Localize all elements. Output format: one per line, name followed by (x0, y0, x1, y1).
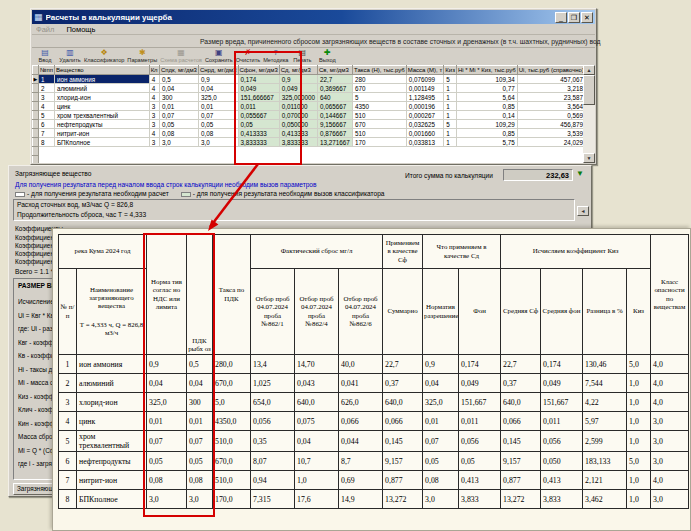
grid-cell[interactable]: 151,666667 (238, 93, 279, 102)
grid-cell[interactable]: 3 (39, 93, 55, 102)
grid-cell[interactable]: ион аммония (54, 75, 149, 84)
grid-cell[interactable]: 0,065667 (318, 102, 353, 111)
grid-cell[interactable]: 300 (159, 93, 198, 102)
grid-cell[interactable]: 0,9 (198, 75, 238, 84)
maximize-button[interactable]: ❐ (568, 12, 580, 23)
grid-cell[interactable]: 0,04 (159, 84, 198, 93)
grid-cell[interactable]: 7 (39, 129, 55, 138)
grid-cell[interactable]: 2 (39, 84, 55, 93)
grid-cell[interactable]: 640 (318, 93, 353, 102)
grid-cell[interactable]: 0,05 (198, 120, 238, 129)
grid-cell[interactable]: 0,85 (456, 129, 517, 138)
grid-cell[interactable]: 0,05 (159, 120, 198, 129)
total-value-field[interactable]: 232,63 (503, 169, 573, 181)
minimize-button[interactable]: _ (555, 12, 567, 23)
grid-cell[interactable]: 0,413333 (238, 129, 279, 138)
grid-row[interactable]: 7нитрит-ион40,080,080,4133330,4133330,87… (33, 129, 595, 138)
grid-cell[interactable]: 6 (39, 120, 55, 129)
grid-cell[interactable]: 5,64 (456, 93, 517, 102)
menu-help[interactable]: Помощь (66, 25, 95, 34)
grid-cell[interactable]: 1,128495 (406, 93, 444, 102)
scroll-down-icon[interactable]: ▼ (583, 153, 595, 163)
grid-cell[interactable]: 0,032625 (406, 120, 444, 129)
grid-cell[interactable]: 4 (149, 93, 159, 102)
grid-cell[interactable]: 23,587 (517, 93, 585, 102)
toolbar-button-pechat[interactable]: ▤Печать (291, 49, 313, 63)
grid-column-header[interactable]: Вещество (54, 66, 149, 75)
scrollbar-thumb[interactable] (583, 75, 595, 105)
grid-column-header[interactable]: Масса (М), т (406, 66, 444, 75)
grid-cell[interactable]: 3,0 (198, 138, 238, 147)
grid-column-header[interactable]: Св, мг/дм3 (318, 66, 353, 75)
grid-cell[interactable]: 5 (444, 120, 457, 129)
grid-cell[interactable]: 0,011000 (279, 102, 317, 111)
grid-row[interactable]: 3хлорид-ион4300325,0151,666667325,000000… (33, 93, 595, 102)
toolbar-button-metodika[interactable]: ?Методика (263, 49, 288, 63)
grid-cell[interactable]: 4 (149, 129, 159, 138)
grid-cell[interactable]: 4 (149, 75, 159, 84)
toolbar-button-sohranit[interactable]: ▣Сохранить (205, 49, 233, 63)
toolbar-button-vyhod[interactable]: ✚Выход (316, 49, 338, 63)
grid-cell[interactable]: 0,000267 (406, 111, 444, 120)
grid-cell[interactable]: 0,000196 (406, 102, 444, 111)
grid-cell[interactable]: 510 (353, 111, 407, 120)
grid-cell[interactable]: 0,413333 (279, 129, 317, 138)
grid-cell[interactable]: 3,833333 (279, 138, 317, 147)
grid-cell[interactable]: 325,0 (198, 93, 238, 102)
grid-cell[interactable]: 1 (39, 75, 55, 84)
grid-cell[interactable]: 0,049 (279, 84, 317, 93)
grid-column-header[interactable]: Кл (149, 66, 159, 75)
total-go-icon[interactable]: ▼ (576, 169, 584, 178)
grid-row[interactable]: 5хром трехвалентный30,070,070,0556670,07… (33, 111, 595, 120)
grid-cell[interactable]: 1 (444, 84, 457, 93)
grid-cell[interactable]: нефтепродукты (54, 120, 149, 129)
grid-cell[interactable]: 3,0 (159, 138, 198, 147)
grid-cell[interactable]: 1 (444, 93, 457, 102)
grid-cell[interactable]: 0,144667 (318, 111, 353, 120)
grid-cell[interactable]: 0,01 (159, 102, 198, 111)
toolbar-button-klassifikator[interactable]: ❖Классификатор (84, 49, 124, 63)
grid-cell[interactable]: 4 (39, 102, 55, 111)
grid-cell[interactable]: 5 (39, 111, 55, 120)
grid-cell[interactable]: 0,07 (198, 111, 238, 120)
toolbar-button-vvod[interactable]: ▤Ввод (34, 49, 56, 63)
grid-cell[interactable]: 0,070000 (279, 111, 317, 120)
grid-cell[interactable]: 0,076099 (406, 75, 444, 84)
grid-cell[interactable]: 3 (149, 138, 159, 147)
grid-cell[interactable]: 13,271667 (318, 138, 353, 147)
grid-cell[interactable]: 24,029 (517, 138, 585, 147)
grid-cell[interactable]: 670 (353, 84, 407, 93)
grid-column-header[interactable]: Сд, мг/дм3 (279, 66, 317, 75)
grid-cell[interactable]: 0,050000 (279, 120, 317, 129)
grid-cell[interactable]: 3,833333 (238, 138, 279, 147)
grid-cell[interactable]: 0,9 (279, 75, 317, 84)
grid-cell[interactable]: 4 (149, 84, 159, 93)
grid-cell[interactable]: 109,29 (456, 120, 517, 129)
grid-cell[interactable]: 0,011 (238, 102, 279, 111)
grid-cell[interactable]: 0,569 (517, 111, 585, 120)
grid-cell[interactable]: 1 (444, 138, 457, 147)
toolbar-button-parametry[interactable]: ✱Параметры (127, 49, 157, 63)
grid-cell[interactable]: 0,369667 (318, 84, 353, 93)
grid-cell[interactable]: 670 (353, 120, 407, 129)
close-button[interactable]: ✕ (581, 12, 593, 23)
grid-cell[interactable]: 0,001149 (406, 84, 444, 93)
grid-cell[interactable]: 0,08 (159, 129, 198, 138)
grid-cell[interactable]: 5 (444, 75, 457, 84)
grid-cell[interactable]: 456,879 (517, 120, 585, 129)
grid-cell[interactable]: 3 (149, 102, 159, 111)
grid-cell[interactable]: 0,08 (198, 129, 238, 138)
grid-cell[interactable]: нитрит-ион (54, 129, 149, 138)
grid-cell[interactable]: 3,539 (517, 129, 585, 138)
grid-cell[interactable]: хром трехвалентный (54, 111, 149, 120)
grid-column-header[interactable]: Ui, тыс.руб (справочно) (517, 66, 585, 75)
grid-column-header[interactable]: Hi * Mi * Киз, тыс.руб (456, 66, 517, 75)
grid-cell[interactable]: 3,564 (517, 102, 585, 111)
grid-cell[interactable]: 3 (149, 120, 159, 129)
grid-row[interactable]: 2алюминий40,040,040,0490,0490,3696676700… (33, 84, 595, 93)
grid-cell[interactable]: 0,77 (456, 84, 517, 93)
grid-cell[interactable]: БПКполное (54, 138, 149, 147)
grid-column-header[interactable]: Такса (Н), тыс.руб (353, 66, 407, 75)
grid-cell[interactable]: 0,033813 (406, 138, 444, 147)
grid-cell[interactable]: 5,75 (456, 138, 517, 147)
